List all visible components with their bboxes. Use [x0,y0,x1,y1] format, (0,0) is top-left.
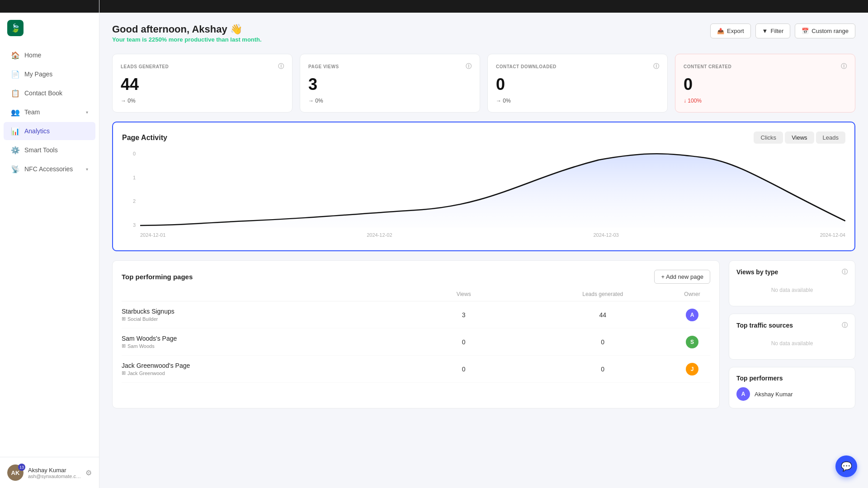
sidebar-logo: 🍃 [0,13,99,43]
nfc-icon: 📡 [11,164,20,174]
views-value: 0 [396,366,532,373]
performer-avatar: A [736,387,750,401]
stat-label: PAGE VIEWS ⓘ [308,62,472,70]
sidebar-item-nfc-accessories[interactable]: 📡 NFC Accessories ▾ [4,160,95,178]
row-name-cell: Starbucks Signups ⊞ Social Builder [122,308,392,322]
highlight-text: 2250% more [149,36,183,43]
filter-icon: ▼ [762,28,768,34]
sidebar-item-contact-book[interactable]: 📋 Contact Book [4,84,95,102]
sidebar-item-home[interactable]: 🏠 Home [4,46,95,64]
export-button[interactable]: 📤 Export [710,23,751,38]
home-icon: 🏠 [11,51,20,60]
x-label-2: 2024-12-03 [593,232,618,241]
info-icon[interactable]: ⓘ [841,62,847,70]
main-content: Good afternoon, Akshay 👋 Your team is 22… [99,0,868,488]
settings-icon[interactable]: ⚙ [85,469,92,477]
chevron-down-icon: ▾ [86,167,88,172]
app-logo-icon: 🍃 [7,20,24,36]
leads-value: 0 [535,338,671,346]
chart-area-fill [140,154,845,228]
tab-views[interactable]: Views [785,131,814,144]
owner-cell: J [674,363,710,375]
row-name-cell: Sam Woods's Page ⊞ Sam Woods [122,335,392,349]
info-icon[interactable]: ⓘ [842,268,848,276]
y-label-2: 2 [122,198,136,204]
sidebar-item-label: NFC Accessories [24,165,73,173]
filter-button[interactable]: ▼ Filter [755,23,791,38]
views-value: 0 [396,338,532,346]
info-icon[interactable]: ⓘ [842,321,848,329]
export-icon: 📤 [717,28,724,34]
chat-icon: 💬 [841,461,852,472]
greeting: Good afternoon, Akshay 👋 Your team is 22… [112,23,262,43]
tab-clicks[interactable]: Clicks [754,131,783,144]
sidebar-item-label: My Pages [24,70,52,78]
contact-book-icon: 📋 [11,89,20,98]
info-icon[interactable]: ⓘ [278,62,284,70]
stat-change: → 0% [496,98,659,104]
panel-title: Top traffic sources ⓘ [736,321,848,329]
chart-section: Page Activity Clicks Views Leads 3 2 1 0 [112,122,855,251]
stat-label: CONTENT CREATED ⓘ [684,62,847,70]
calendar-icon: 📅 [802,28,809,34]
sidebar-item-analytics[interactable]: 📊 Analytics [4,122,95,140]
stats-row: LEADS GENERATED ⓘ 44 → 0% PAGE VIEWS ⓘ 3… [112,54,855,113]
add-new-page-button[interactable]: + Add new page [654,270,710,284]
stat-value: 0 [684,75,847,94]
chart-container: 3 2 1 0 [122,151,845,241]
info-icon[interactable]: ⓘ [653,62,660,70]
greeting-title: Good afternoon, Akshay 👋 [112,23,262,35]
tab-leads[interactable]: Leads [816,131,845,144]
page-sub: ⊞ Social Builder [122,316,392,322]
x-label-3: 2024-12-04 [820,232,845,241]
col-header-views: Views [396,291,532,297]
stat-change: ↓ 100% [684,98,847,104]
stat-change: → 0% [308,98,472,104]
stat-value: 44 [121,75,284,94]
sidebar-item-my-pages[interactable]: 📄 My Pages [4,65,95,83]
sidebar-item-team[interactable]: 👥 Team ▾ [4,103,95,121]
chat-button[interactable]: 💬 [835,455,857,477]
info-icon[interactable]: ⓘ [466,62,472,70]
sidebar-nav: 🏠 Home 📄 My Pages 📋 Contact Book 👥 Team … [0,43,99,181]
sidebar-top-bar [0,0,99,13]
page-name: Starbucks Signups [122,308,392,315]
pages-icon: 📄 [11,70,20,79]
y-label-0: 0 [122,151,136,156]
custom-range-button[interactable]: 📅 Custom range [795,23,855,38]
x-label-1: 2024-12-02 [367,232,392,241]
chart-tabs: Clicks Views Leads [754,131,845,144]
views-by-type-empty: No data available [736,282,848,299]
page-name: Sam Woods's Page [122,335,392,342]
col-header-name [122,291,392,297]
owner-avatar: A [686,309,698,321]
stat-label: LEADS GENERATED ⓘ [121,62,284,70]
performer-row: A Akshay Kumar [736,387,848,401]
performer-name: Akshay Kumar [755,391,793,398]
smart-tools-icon: ⚙️ [11,145,20,155]
sidebar-item-label: Smart Tools [24,146,58,154]
owner-avatar: J [686,363,698,375]
table-col-headers: Views Leads generated Owner [122,291,710,301]
table-row: Starbucks Signups ⊞ Social Builder 3 44 … [122,301,710,328]
owner-cell: A [674,309,710,321]
top-performers-panel: Top performers A Akshay Kumar [729,367,855,408]
y-label-3: 3 [122,222,136,228]
analytics-icon: 📊 [11,127,20,136]
sidebar-item-label: Home [24,52,41,59]
table-header: Top performing pages + Add new page [122,270,710,284]
user-info: Akshay Kumar ash@synxautomate.com [28,467,81,479]
stat-value: 0 [496,75,659,94]
owner-avatar: S [686,336,698,348]
stat-change: → 0% [121,98,284,104]
stat-card-page-views: PAGE VIEWS ⓘ 3 → 0% [300,54,480,113]
leads-value: 44 [535,311,671,319]
table-title: Top performing pages [122,273,193,281]
x-label-0: 2024-12-01 [140,232,165,241]
sidebar-item-smart-tools[interactable]: ⚙️ Smart Tools [4,141,95,159]
sidebar: 🍃 🏠 Home 📄 My Pages 📋 Contact Book 👥 Tea… [0,0,99,488]
chevron-down-icon: ▾ [86,110,88,115]
top-pages-section: Top performing pages + Add new page View… [112,260,720,408]
y-label-1: 1 [122,175,136,180]
chart-x-labels: 2024-12-01 2024-12-02 2024-12-03 2024-12… [140,232,845,241]
